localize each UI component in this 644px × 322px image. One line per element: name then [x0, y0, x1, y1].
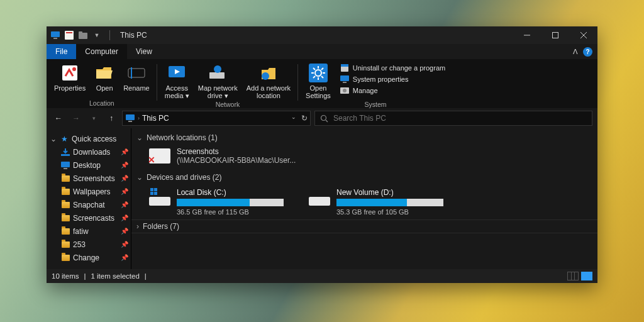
- manage-button[interactable]: Manage: [340, 86, 445, 96]
- sidebar-item-label: Wallpapers: [73, 187, 111, 196]
- up-button[interactable]: ↑: [104, 111, 118, 125]
- pin-icon[interactable]: 📌: [121, 188, 128, 195]
- sidebar-item-fatiw[interactable]: fatiw📌: [47, 225, 131, 238]
- add-network-location-button[interactable]: Add a network location: [243, 62, 294, 101]
- back-button[interactable]: ←: [52, 111, 65, 125]
- properties-button[interactable]: Properties: [50, 62, 89, 99]
- drive-free-text: 36.5 GB free of 115 GB: [177, 208, 284, 216]
- svg-point-34: [343, 89, 347, 92]
- separator: [109, 30, 110, 40]
- svg-rect-39: [61, 154, 70, 156]
- search-input[interactable]: [333, 114, 587, 123]
- drive-item[interactable]: Local Disk (C:)36.5 GB free of 115 GB: [149, 188, 284, 216]
- uninstall-program-button[interactable]: Uninstall or change a program: [340, 63, 445, 73]
- svg-line-38: [326, 120, 328, 122]
- pin-icon[interactable]: 📌: [121, 175, 128, 182]
- refresh-button[interactable]: ↻: [301, 114, 308, 123]
- content-pane: ⌄ Network locations (1) ✕ Screenshots (\…: [131, 128, 597, 269]
- breadcrumb-dropdown-icon[interactable]: ⌄: [291, 114, 296, 123]
- chevron-down-icon[interactable]: ⌄: [50, 135, 57, 143]
- svg-rect-7: [552, 33, 558, 38]
- recent-chevron-icon[interactable]: ▾: [87, 111, 101, 125]
- chevron-right-icon[interactable]: ›: [136, 222, 139, 231]
- tab-computer[interactable]: Computer: [76, 44, 127, 59]
- sidebar-item-desktop[interactable]: Desktop📌: [47, 158, 131, 172]
- search-icon: [320, 114, 328, 123]
- drive-item[interactable]: New Volume (D:)35.3 GB free of 105 GB: [309, 188, 443, 216]
- drive-name: New Volume (D:): [336, 188, 443, 197]
- view-large-icons-button[interactable]: [581, 272, 592, 280]
- status-item-count: 10 items: [52, 272, 79, 280]
- svg-rect-1: [53, 38, 57, 39]
- forward-button[interactable]: →: [69, 111, 83, 125]
- access-media-button[interactable]: Access media ▾: [161, 62, 193, 101]
- svg-rect-4: [79, 33, 87, 39]
- address-bar[interactable]: › This PC ⌄ ↻: [122, 111, 311, 126]
- qat-dropdown-icon[interactable]: ▼: [92, 30, 102, 40]
- sidebar-item-wallpapers[interactable]: Wallpapers📌: [47, 185, 131, 198]
- folder-icon: [60, 240, 70, 250]
- search-box[interactable]: [314, 111, 592, 126]
- map-drive-button[interactable]: Map network drive ▾: [194, 62, 242, 101]
- chevron-down-icon[interactable]: ⌄: [136, 133, 143, 142]
- svg-point-11: [72, 67, 76, 71]
- help-icon[interactable]: ?: [583, 47, 592, 57]
- ribbon: Properties Open Rename Location Access m…: [47, 59, 597, 108]
- sidebar-item-253[interactable]: 253📌: [47, 238, 131, 251]
- tab-file[interactable]: File: [47, 44, 76, 59]
- rename-button[interactable]: Rename: [119, 62, 153, 99]
- pin-icon[interactable]: 📌: [121, 201, 128, 208]
- svg-rect-0: [51, 31, 60, 37]
- rename-icon: [126, 63, 147, 83]
- sidebar-item-screenshots[interactable]: Screenshots📌: [47, 172, 131, 185]
- svg-rect-30: [341, 64, 348, 67]
- system-properties-button[interactable]: System properties: [340, 74, 445, 84]
- minimize-button[interactable]: [513, 26, 541, 44]
- this-pc-icon: [50, 30, 60, 40]
- svg-rect-32: [343, 82, 347, 83]
- sidebar-item-downloads[interactable]: Downloads📌: [47, 145, 131, 158]
- qat-folder-icon[interactable]: [78, 30, 88, 40]
- chevron-down-icon[interactable]: ⌄: [136, 173, 143, 182]
- view-details-button[interactable]: [567, 272, 579, 280]
- open-button[interactable]: Open: [91, 62, 118, 99]
- breadcrumb-label[interactable]: This PC: [142, 114, 169, 123]
- breadcrumb-chevron-icon[interactable]: ›: [138, 115, 140, 121]
- section-devices-drives[interactable]: ⌄ Devices and drives (2): [131, 170, 597, 184]
- maximize-button[interactable]: [541, 26, 569, 44]
- pin-icon[interactable]: 📌: [121, 148, 128, 155]
- open-folder-icon: [94, 63, 114, 83]
- status-bar: 10 items | 1 item selected |: [47, 269, 597, 283]
- folder-icon: [60, 174, 70, 184]
- folder-icon: [60, 226, 70, 236]
- star-icon: ★: [59, 134, 69, 144]
- map-drive-icon: [208, 63, 228, 83]
- sidebar-item-snapchat[interactable]: Snapchat📌: [47, 198, 131, 211]
- tab-view[interactable]: View: [127, 44, 161, 59]
- pin-icon[interactable]: 📌: [121, 214, 128, 221]
- qat-properties-icon[interactable]: [64, 30, 74, 40]
- collapse-ribbon-icon[interactable]: ᐱ: [573, 48, 578, 56]
- pin-icon[interactable]: 📌: [121, 254, 128, 261]
- breadcrumb-this-pc-icon: [125, 113, 135, 123]
- drive-icon: [149, 188, 170, 206]
- gear-icon: [308, 63, 328, 83]
- open-settings-button[interactable]: Open Settings: [302, 62, 335, 101]
- pin-icon[interactable]: 📌: [121, 162, 128, 169]
- window-title: This PC: [120, 31, 147, 40]
- pin-icon[interactable]: 📌: [121, 228, 128, 235]
- svg-rect-40: [61, 162, 70, 167]
- svg-rect-42: [150, 188, 153, 191]
- svg-rect-12: [128, 69, 145, 77]
- sidebar-item-screencasts[interactable]: Screencasts📌: [47, 211, 131, 225]
- sidebar-item-change[interactable]: Change📌: [47, 251, 131, 264]
- sidebar-quick-access[interactable]: ⌄ ★ Quick access: [47, 132, 131, 145]
- sidebar-item-label: Snapchat: [73, 201, 105, 209]
- network-location-item[interactable]: ✕ Screenshots (\\MACBOOKAIR-5B8A\Mac\Use…: [131, 145, 597, 170]
- section-folders[interactable]: › Folders (7): [131, 219, 597, 233]
- svg-rect-16: [209, 72, 225, 79]
- section-network-locations[interactable]: ⌄ Network locations (1): [131, 131, 597, 145]
- close-button[interactable]: [569, 26, 597, 44]
- pin-icon[interactable]: 📌: [121, 241, 128, 248]
- monitor-icon: [340, 74, 350, 84]
